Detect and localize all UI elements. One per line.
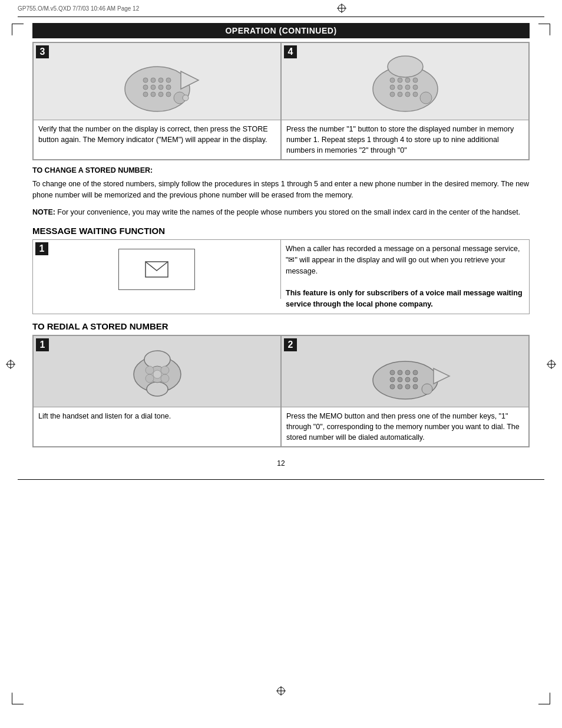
redial-title: TO REDIAL A STORED NUMBER bbox=[32, 321, 168, 331]
redial-step-1-desc: Lift the handset and listen for a dial t… bbox=[34, 407, 280, 425]
svg-point-56 bbox=[405, 370, 410, 375]
operation-title: OPERATION (CONTINUED) bbox=[225, 26, 336, 35]
footer-rule bbox=[18, 479, 544, 480]
page-number: 12 bbox=[32, 459, 530, 467]
note-body: For your convenience, you may write the … bbox=[55, 208, 520, 216]
svg-point-39 bbox=[405, 92, 410, 97]
svg-point-55 bbox=[398, 370, 402, 375]
svg-point-52 bbox=[161, 374, 169, 383]
step-4-badge: 4 bbox=[284, 45, 297, 58]
redial-grid: 1 bbox=[32, 335, 530, 447]
message-waiting-heading: MESSAGE WAITING FUNCTION bbox=[32, 226, 530, 236]
svg-point-58 bbox=[390, 377, 395, 382]
svg-point-14 bbox=[151, 78, 156, 83]
page-wrapper: GP755.O/M.v5.QXD 7/7/03 10:46 AM Page 12… bbox=[0, 0, 562, 728]
change-stored-body: To change one of the stored numbers, sim… bbox=[32, 179, 530, 201]
step-3-badge: 3 bbox=[36, 45, 49, 58]
svg-point-65 bbox=[413, 384, 418, 389]
steps-3-4-grid: 3 bbox=[32, 42, 530, 160]
note-section: NOTE: For your convenience, you may writ… bbox=[32, 207, 530, 218]
operation-title-bar: OPERATION (CONTINUED) bbox=[32, 23, 530, 38]
svg-point-67 bbox=[422, 384, 432, 394]
reg-mark-right bbox=[547, 360, 556, 369]
step-3-desc: Verify that the number on the display is… bbox=[34, 120, 280, 149]
step-3-text: Verify that the number on the display is… bbox=[38, 125, 268, 144]
crop-mark-tl bbox=[12, 24, 24, 35]
msg-wait-desc-text: When a caller has recorded a message on … bbox=[286, 245, 520, 275]
step-3-image: 3 bbox=[34, 43, 280, 120]
message-waiting-title: MESSAGE WAITING FUNCTION bbox=[32, 226, 165, 236]
redial-step-2-desc: Press the MEMO button and then press one… bbox=[282, 407, 528, 446]
svg-point-46 bbox=[147, 382, 168, 396]
crop-mark-tr bbox=[538, 24, 550, 35]
svg-point-13 bbox=[143, 78, 148, 83]
change-stored-number-section: TO CHANGE A STORED NUMBER: To change one… bbox=[32, 165, 530, 200]
svg-point-51 bbox=[146, 374, 154, 383]
svg-point-20 bbox=[166, 85, 171, 90]
svg-point-19 bbox=[158, 85, 163, 90]
note-label: NOTE: bbox=[32, 208, 55, 216]
change-stored-title: TO CHANGE A STORED NUMBER: bbox=[32, 165, 530, 176]
msg-wait-bold-text: This feature is only for subscribers of … bbox=[286, 289, 523, 308]
svg-point-61 bbox=[413, 377, 418, 382]
redial-step-2-cell: 2 bbox=[281, 335, 529, 447]
svg-point-50 bbox=[161, 366, 169, 374]
svg-point-33 bbox=[390, 85, 395, 90]
step-4-cell: 4 bbox=[281, 42, 529, 160]
redial-step-2-badge: 2 bbox=[284, 338, 297, 351]
svg-point-57 bbox=[413, 370, 418, 375]
svg-point-23 bbox=[158, 92, 163, 97]
redial-step-1-cell: 1 bbox=[33, 335, 281, 447]
svg-point-21 bbox=[143, 92, 148, 97]
svg-point-49 bbox=[146, 366, 154, 374]
svg-point-24 bbox=[166, 92, 171, 97]
svg-point-32 bbox=[413, 78, 418, 83]
svg-point-60 bbox=[405, 377, 410, 382]
crop-mark-br bbox=[538, 693, 550, 704]
reg-mark-bottom bbox=[276, 686, 286, 696]
svg-point-64 bbox=[405, 384, 410, 389]
step-4-illustration bbox=[346, 48, 464, 116]
msg-wait-desc-cell: When a caller has recorded a message on … bbox=[281, 240, 529, 314]
svg-point-40 bbox=[413, 92, 418, 97]
svg-point-22 bbox=[151, 92, 156, 97]
svg-point-18 bbox=[151, 85, 156, 90]
svg-point-29 bbox=[390, 78, 395, 83]
svg-point-27 bbox=[183, 95, 189, 101]
step-4-text: Press the number "1" button to store the… bbox=[286, 125, 514, 154]
crop-mark-bl bbox=[12, 693, 24, 704]
svg-point-35 bbox=[405, 85, 410, 90]
svg-point-48 bbox=[153, 370, 161, 378]
svg-point-63 bbox=[398, 384, 402, 389]
message-waiting-grid: 1 When a caller has recorded a message o… bbox=[32, 239, 530, 314]
msg-wait-image-cell: 1 bbox=[33, 240, 281, 299]
svg-point-37 bbox=[390, 92, 395, 97]
svg-point-34 bbox=[398, 85, 402, 90]
redial-step-1-image: 1 bbox=[34, 336, 280, 407]
svg-point-12 bbox=[125, 67, 190, 111]
svg-point-31 bbox=[405, 78, 410, 83]
content-area: OPERATION (CONTINUED) 3 bbox=[32, 17, 530, 467]
svg-point-16 bbox=[166, 78, 171, 83]
svg-point-17 bbox=[143, 85, 148, 90]
reg-mark-left bbox=[6, 360, 15, 369]
svg-point-62 bbox=[390, 384, 395, 389]
step-4-image: 4 bbox=[282, 43, 528, 120]
envelope-icon bbox=[145, 261, 168, 278]
msg-wait-step-badge: 1 bbox=[35, 242, 48, 255]
envelope-display bbox=[118, 249, 195, 290]
svg-point-42 bbox=[388, 56, 423, 77]
redial-step-1-text: Lift the handset and listen for a dial t… bbox=[38, 412, 171, 420]
svg-point-41 bbox=[420, 92, 432, 104]
svg-marker-66 bbox=[434, 368, 449, 384]
reg-mark-header bbox=[337, 4, 346, 13]
svg-point-15 bbox=[158, 78, 163, 83]
svg-point-38 bbox=[398, 92, 402, 97]
svg-point-59 bbox=[398, 377, 402, 382]
redial-step-2-illustration bbox=[346, 342, 464, 401]
svg-point-54 bbox=[390, 370, 395, 375]
redial-step-1-illustration bbox=[107, 342, 207, 401]
step-3-cell: 3 bbox=[33, 42, 281, 160]
svg-point-30 bbox=[398, 78, 402, 83]
redial-step-2-text: Press the MEMO button and then press one… bbox=[286, 412, 520, 442]
